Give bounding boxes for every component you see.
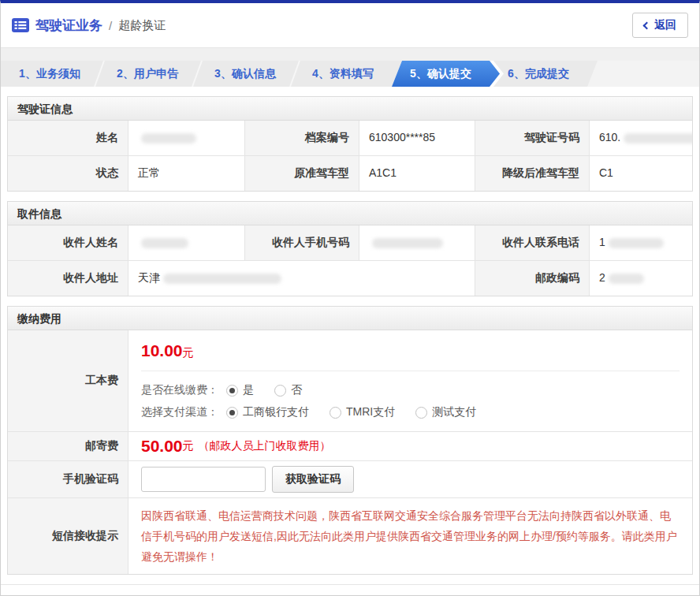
postage-amount: 50.00 — [141, 437, 183, 456]
recipient-phone-label: 收件人联系电话 — [475, 225, 589, 260]
payment-section: 缴纳费用 工本费 10.00元 是否在线缴费： 是 — [7, 306, 693, 575]
fee-divider — [141, 371, 680, 371]
fee-content: 10.00元 是否在线缴费： 是 否 — [128, 330, 692, 431]
get-code-button[interactable]: 获取验证码 — [272, 466, 354, 493]
sms-tip-label: 短信接收提示 — [8, 498, 128, 574]
online-pay-option-no[interactable]: 否 — [274, 383, 302, 397]
back-button-label: 返回 — [654, 18, 676, 32]
license-no-label: 驾驶证号码 — [475, 121, 589, 155]
orig-class-label: 原准驾车型 — [244, 156, 359, 191]
header-band — [1, 48, 699, 61]
fee-label: 工本费 — [8, 330, 128, 431]
recipient-mobile-label: 收件人手机号码 — [244, 225, 359, 260]
fee-row: 工本费 10.00元 是否在线缴费： 是 — [8, 330, 692, 431]
license-info-row-2: 状态 正常 原准驾车型 A1C1 降级后准驾车型 C1 — [8, 155, 692, 191]
back-button[interactable]: 返回 — [632, 13, 688, 38]
license-no-value: 610. — [589, 121, 692, 155]
address-value: 天津 — [128, 261, 475, 296]
redacted-recipient-name — [141, 238, 188, 248]
breadcrumb-separator: / — [109, 19, 112, 32]
footer-actions: 上一步 完成 — [1, 584, 699, 596]
captcha-label: 手机验证码 — [8, 461, 128, 497]
postcode-value: 2 — [589, 261, 692, 296]
recipient-name-value — [128, 225, 244, 260]
pickup-info-title: 取件信息 — [8, 202, 692, 225]
fee-price-line: 10.00元 — [141, 341, 680, 360]
sms-tip-content: 因陕西省联通、电信运营商技术问题，陕西省互联网交通安全综合服务管理平台无法向持陕… — [128, 498, 692, 574]
postage-label: 邮寄费 — [8, 432, 128, 460]
redacted-recipient-phone — [609, 238, 664, 248]
pay-channel-question-row: 选择支付渠道： 工商银行支付 TMRI支付 测试支付 — [141, 401, 680, 423]
step-3-confirm-info[interactable]: 3、确认信息 — [196, 61, 294, 87]
step-wizard: 1、业务须知 2、用户申告 3、确认信息 4、资料填写 5、确认提交 6、完成提… — [1, 61, 699, 87]
pickup-info-row-2: 收件人地址 天津 邮政编码 2 — [8, 260, 692, 296]
online-pay-option-yes[interactable]: 是 — [226, 383, 254, 397]
captcha-content: 获取验证码 — [128, 461, 692, 497]
fee-unit: 元 — [183, 346, 194, 359]
step-2-user-declaration[interactable]: 2、用户申告 — [99, 61, 196, 87]
payment-title: 缴纳费用 — [8, 307, 692, 330]
step-track: 1、业务须知 2、用户申告 3、确认信息 4、资料填写 5、确认提交 6、完成提… — [1, 61, 598, 87]
step-6-complete-submit[interactable]: 6、完成提交 — [490, 61, 587, 87]
fee-amount: 10.00 — [141, 341, 183, 359]
file-no-label: 档案编号 — [244, 121, 359, 155]
radio-unchecked-icon[interactable] — [330, 407, 341, 419]
redacted-recipient-mobile — [372, 238, 443, 248]
sms-tip-text: 因陕西省联通、电信运营商技术问题，陕西省互联网交通安全综合服务管理平台无法向持陕… — [128, 498, 692, 574]
redacted-name — [141, 133, 196, 143]
postage-note: （邮政人员上门收取费用） — [199, 439, 331, 453]
status-value: 正常 — [128, 156, 244, 191]
pay-channel-question: 选择支付渠道： — [141, 405, 218, 419]
list-icon — [12, 18, 29, 32]
postcode-label: 邮政编码 — [475, 261, 589, 296]
step-1-business-notice[interactable]: 1、业务须知 — [1, 61, 99, 87]
postage-unit: 元 — [183, 439, 194, 453]
postage-content: 50.00元 （邮政人员上门收取费用） — [128, 432, 692, 460]
pay-channel-option-icbc[interactable]: 工商银行支付 — [226, 405, 309, 419]
captcha-row: 手机验证码 获取验证码 — [8, 460, 692, 497]
status-label: 状态 — [8, 156, 128, 191]
breadcrumb: 驾驶证业务 / 超龄换证 — [12, 17, 166, 35]
pay-channel-option-tmri[interactable]: TMRI支付 — [330, 405, 395, 419]
sms-tip-row: 短信接收提示 因陕西省联通、电信运营商技术问题，陕西省互联网交通安全综合服务管理… — [8, 497, 692, 574]
recipient-phone-value: 1 — [589, 225, 692, 260]
pickup-info-section: 取件信息 收件人姓名 收件人手机号码 收件人联系电话 1 收件人地址 天津 邮政… — [7, 201, 693, 296]
down-class-label: 降级后准驾车型 — [475, 156, 589, 191]
license-info-title: 驾驶证信息 — [8, 97, 692, 121]
name-value — [128, 121, 244, 155]
online-pay-question-row: 是否在线缴费： 是 否 — [141, 379, 680, 401]
online-pay-question: 是否在线缴费： — [141, 383, 218, 397]
license-info-section: 驾驶证信息 姓名 档案编号 610300****85 驾驶证号码 610. 状态… — [7, 96, 693, 192]
redacted-license-no — [624, 133, 692, 143]
redacted-postcode — [609, 274, 644, 284]
radio-unchecked-icon[interactable] — [274, 385, 286, 397]
recipient-name-label: 收件人姓名 — [8, 225, 128, 260]
pay-channel-option-test[interactable]: 测试支付 — [415, 405, 476, 419]
file-no-value: 610300****85 — [359, 121, 475, 155]
captcha-input[interactable] — [141, 467, 266, 492]
radio-unchecked-icon[interactable] — [415, 407, 427, 419]
chevron-left-icon — [643, 21, 651, 29]
recipient-mobile-value — [359, 225, 475, 260]
radio-checked-icon[interactable] — [226, 385, 238, 397]
main-content: 驾驶证信息 姓名 档案编号 610300****85 驾驶证号码 610. 状态… — [1, 87, 699, 575]
down-class-value: C1 — [589, 156, 692, 191]
step-4-fill-data[interactable]: 4、资料填写 — [294, 61, 392, 87]
pickup-info-row-1: 收件人姓名 收件人手机号码 收件人联系电话 1 — [8, 225, 692, 260]
page: 驾驶证业务 / 超龄换证 返回 1、业务须知 2、用户申告 3、确认信息 4、资… — [0, 0, 700, 596]
license-info-row-1: 姓名 档案编号 610300****85 驾驶证号码 610. — [8, 121, 692, 155]
page-subtitle: 超龄换证 — [118, 18, 166, 33]
redacted-address — [163, 274, 281, 284]
step-5-confirm-submit-active[interactable]: 5、确认提交 — [392, 61, 490, 87]
name-label: 姓名 — [8, 121, 128, 155]
address-label: 收件人地址 — [8, 261, 128, 296]
page-title: 驾驶证业务 — [35, 17, 102, 35]
page-header: 驾驶证业务 / 超龄换证 返回 — [1, 3, 699, 48]
radio-checked-icon[interactable] — [226, 407, 238, 419]
orig-class-value: A1C1 — [359, 156, 475, 191]
postage-row: 邮寄费 50.00元 （邮政人员上门收取费用） — [8, 431, 692, 460]
